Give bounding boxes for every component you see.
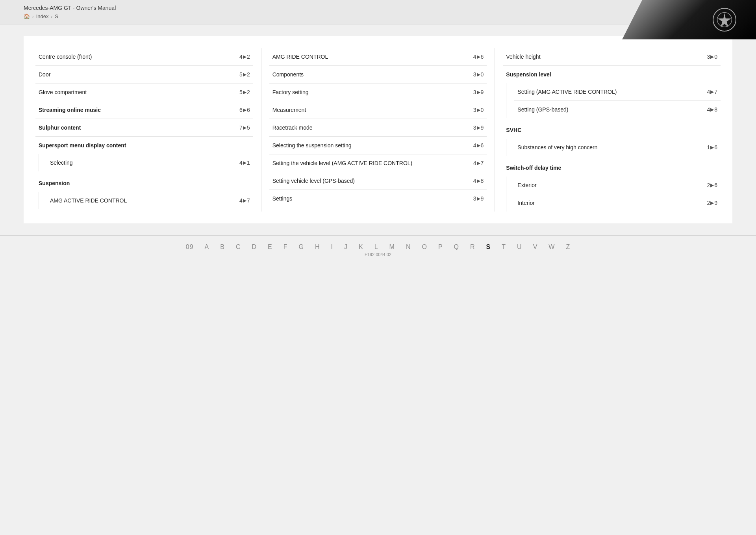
list-item[interactable]: Components 3▶0 — [269, 66, 487, 84]
list-item[interactable]: Racetrack mode 3▶9 — [269, 119, 487, 137]
item-page: 3▶0 — [707, 54, 717, 60]
column-2: AMG RIDE CONTROL 4▶6 Components 3▶0 Fact… — [261, 48, 495, 212]
item-label: SVHC — [506, 127, 521, 133]
item-label: Setting (AMG ACTIVE RIDE CONTROL) — [517, 89, 617, 95]
page-title: Mercedes-AMG GT - Owner's Manual — [24, 5, 116, 11]
nav-item-m[interactable]: M — [384, 242, 400, 252]
list-item[interactable]: Selecting the suspension setting 4▶6 — [269, 137, 487, 154]
item-page: 3▶9 — [473, 195, 484, 202]
list-item[interactable]: Measurement 3▶0 — [269, 101, 487, 119]
nav-item-j[interactable]: J — [339, 242, 353, 252]
nav-item-v[interactable]: V — [528, 242, 543, 252]
mercedes-logo — [713, 8, 736, 32]
nav-item-b[interactable]: B — [215, 242, 230, 252]
item-page: 4▶8 — [707, 106, 717, 113]
item-page: 4▶7 — [707, 89, 717, 95]
nav-item-e[interactable]: E — [262, 242, 278, 252]
list-item[interactable]: AMG RIDE CONTROL 4▶6 — [269, 48, 487, 66]
sub-section: Substances of very high concern 1▶6 — [506, 139, 721, 156]
item-label: Streaming online music — [39, 107, 101, 113]
item-page: 1▶6 — [707, 144, 717, 150]
list-item[interactable]: Setting (GPS-based) 4▶8 — [514, 101, 721, 118]
nav-item-w[interactable]: W — [543, 242, 560, 252]
nav-item-n[interactable]: N — [400, 242, 417, 252]
nav-item-s[interactable]: S — [481, 242, 497, 252]
item-label: Sulphur content — [39, 124, 81, 131]
nav-item-p[interactable]: P — [433, 242, 448, 252]
item-page: 3▶0 — [473, 71, 484, 78]
svhc-header: SVHC — [503, 121, 721, 139]
suspension-level-header: Suspension level — [503, 66, 721, 83]
item-label: Measurement — [272, 107, 306, 113]
list-item[interactable]: Factory setting 3▶9 — [269, 84, 487, 101]
logo-area — [622, 0, 756, 39]
list-item[interactable]: Setting (AMG ACTIVE RIDE CONTROL) 4▶7 — [514, 83, 721, 101]
item-label: Substances of very high concern — [517, 144, 597, 150]
column-3: Vehicle height 3▶0 Suspension level Sett… — [495, 48, 721, 212]
nav-item-a[interactable]: A — [199, 242, 215, 252]
item-page: 3▶0 — [473, 107, 484, 113]
sub-section: Setting (AMG ACTIVE RIDE CONTROL) 4▶7 Se… — [506, 83, 721, 118]
nav-item-09[interactable]: 09 — [180, 242, 199, 252]
nav-item-h[interactable]: H — [309, 242, 326, 252]
item-page: 4▶7 — [473, 160, 484, 166]
nav-item-u[interactable]: U — [511, 242, 528, 252]
item-page: 4▶1 — [239, 160, 250, 166]
item-label: AMG ACTIVE RIDE CONTROL — [50, 197, 127, 204]
breadcrumb-s[interactable]: S — [55, 13, 58, 19]
list-item[interactable]: Settings 3▶9 — [269, 190, 487, 207]
item-label: Settings — [272, 195, 293, 202]
list-item[interactable]: Vehicle height 3▶0 — [503, 48, 721, 66]
item-label: Setting the vehicle level (AMG ACTIVE RI… — [272, 160, 413, 166]
item-page: 4▶7 — [239, 197, 250, 204]
svg-marker-1 — [718, 13, 731, 27]
list-item[interactable]: Interior 2▶9 — [514, 194, 721, 212]
item-label: Components — [272, 71, 304, 78]
sub-section: Exterior 2▶6 Interior 2▶9 — [506, 176, 721, 212]
list-item[interactable]: Setting the vehicle level (AMG ACTIVE RI… — [269, 154, 487, 172]
main-content: Centre console (front) 4▶2 Door 5▶2 Glov… — [24, 36, 732, 223]
item-page: 4▶6 — [473, 142, 484, 149]
nav-item-o[interactable]: O — [416, 242, 432, 252]
item-label: Selecting — [50, 160, 73, 166]
list-item[interactable]: Door 5▶2 — [35, 66, 253, 84]
nav-item-r[interactable]: R — [465, 242, 481, 252]
list-item: Supersport menu display content — [35, 137, 253, 154]
item-label: Door — [39, 71, 50, 78]
page-caption: F192 0044 02 — [365, 252, 391, 257]
bottom-nav: 09 A B C D E F G H I J K L M N O P Q R S… — [0, 235, 756, 258]
nav-item-l[interactable]: L — [369, 242, 384, 252]
list-item[interactable]: Streaming online music 6▶6 — [35, 101, 253, 119]
nav-item-i[interactable]: I — [326, 242, 339, 252]
item-label: Supersport menu display content — [39, 142, 126, 149]
item-label: Interior — [517, 200, 535, 206]
list-item[interactable]: Centre console (front) 4▶2 — [35, 48, 253, 66]
item-page: 3▶9 — [473, 89, 484, 95]
list-item[interactable]: Exterior 2▶6 — [514, 176, 721, 194]
item-label: Setting (GPS-based) — [517, 106, 568, 113]
item-page: 3▶9 — [473, 124, 484, 131]
nav-item-d[interactable]: D — [246, 242, 263, 252]
column-1: Centre console (front) 4▶2 Door 5▶2 Glov… — [35, 48, 261, 212]
nav-item-k[interactable]: K — [353, 242, 369, 252]
header-left: Mercedes-AMG GT - Owner's Manual 🏠 › Ind… — [24, 5, 116, 19]
nav-item-f[interactable]: F — [278, 242, 293, 252]
item-label: AMG RIDE CONTROL — [272, 54, 328, 60]
list-item[interactable]: Glove compartment 5▶2 — [35, 84, 253, 101]
nav-item-c[interactable]: C — [230, 242, 246, 252]
nav-item-g[interactable]: G — [293, 242, 309, 252]
list-item[interactable]: Selecting 4▶1 — [47, 154, 253, 171]
item-label: Exterior — [517, 182, 536, 188]
list-item[interactable]: Sulphur content 7▶5 — [35, 119, 253, 137]
item-page: 5▶2 — [239, 89, 250, 95]
list-item[interactable]: Setting vehicle level (GPS-based) 4▶8 — [269, 172, 487, 190]
nav-item-z[interactable]: Z — [560, 242, 576, 252]
breadcrumb-index[interactable]: Index — [36, 13, 49, 19]
list-item[interactable]: AMG ACTIVE RIDE CONTROL 4▶7 — [47, 192, 253, 209]
nav-item-t[interactable]: T — [496, 242, 511, 252]
nav-item-q[interactable]: Q — [448, 242, 465, 252]
list-item[interactable]: Substances of very high concern 1▶6 — [514, 139, 721, 156]
item-label: Suspension level — [506, 71, 551, 78]
home-icon[interactable]: 🏠 — [24, 13, 30, 19]
item-page: 7▶5 — [239, 124, 250, 131]
